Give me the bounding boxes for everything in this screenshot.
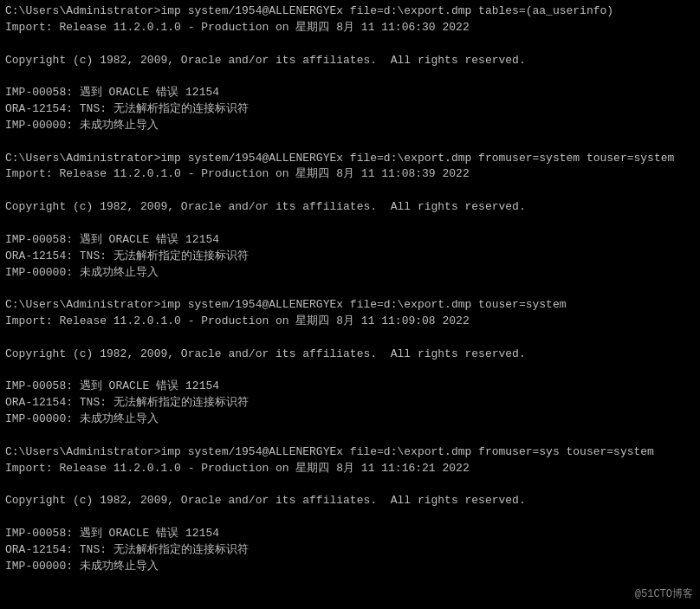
- error-line: IMP-00000: 未成功终止导入: [5, 265, 695, 282]
- copyright-line: Copyright (c) 1982, 2009, Oracle and/or …: [5, 199, 695, 216]
- error-line: ORA-12154: TNS: 无法解析指定的连接标识符: [5, 249, 695, 265]
- error-line: IMP-00058: 遇到 ORACLE 错误 12154: [5, 379, 695, 395]
- error-line: ORA-12154: TNS: 无法解析指定的连接标识符: [5, 101, 695, 118]
- empty-line: [5, 363, 695, 379]
- import-line: Import: Release 11.2.0.1.0 - Production …: [5, 20, 695, 36]
- empty-line: [5, 36, 695, 53]
- import-line: Import: Release 11.2.0.1.0 - Production …: [5, 461, 695, 477]
- error-line: IMP-00058: 遇到 ORACLE 错误 12154: [5, 232, 695, 249]
- error-line: IMP-00000: 未成功终止导入: [5, 411, 695, 428]
- prompt-line: C:\Users\Administrator>imp system/1954@A…: [5, 444, 695, 461]
- copyright-line: Copyright (c) 1982, 2009, Oracle and/or …: [5, 347, 695, 363]
- empty-line: [5, 476, 695, 493]
- terminal-block-block2: C:\Users\Administrator>imp system/1954@A…: [5, 134, 695, 282]
- prompt-line: C:\Users\Administrator>imp system/1954@A…: [5, 297, 695, 314]
- import-line: Import: Release 11.2.0.1.0 - Production …: [5, 314, 695, 330]
- import-line: Import: Release 11.2.0.1.0 - Production …: [5, 166, 695, 183]
- empty-line: [5, 281, 695, 297]
- empty-line: [5, 134, 695, 151]
- empty-line: [5, 428, 695, 444]
- error-line: IMP-00058: 遇到 ORACLE 错误 12154: [5, 526, 695, 542]
- terminal-window: C:\Users\Administrator>imp system/1954@A…: [0, 0, 700, 609]
- terminal-block-block1: C:\Users\Administrator>imp system/1954@A…: [5, 3, 695, 134]
- prompt-line: C:\Users\Administrator>imp system/1954@A…: [5, 151, 695, 167]
- empty-line: [5, 216, 695, 232]
- empty-line: [5, 68, 695, 85]
- copyright-line: Copyright (c) 1982, 2009, Oracle and/or …: [5, 53, 695, 69]
- empty-line: [5, 183, 695, 199]
- error-line: IMP-00000: 未成功终止导入: [5, 559, 695, 575]
- error-line: ORA-12154: TNS: 无法解析指定的连接标识符: [5, 542, 695, 559]
- error-line: IMP-00000: 未成功终止导入: [5, 118, 695, 134]
- terminal-block-block3: C:\Users\Administrator>imp system/1954@A…: [5, 281, 695, 428]
- error-line: IMP-00058: 遇到 ORACLE 错误 12154: [5, 85, 695, 101]
- empty-line: [5, 509, 695, 526]
- watermark: @51CTO博客: [635, 587, 693, 602]
- terminal-block-block4: C:\Users\Administrator>imp system/1954@A…: [5, 428, 695, 575]
- copyright-line: Copyright (c) 1982, 2009, Oracle and/or …: [5, 493, 695, 509]
- error-line: ORA-12154: TNS: 无法解析指定的连接标识符: [5, 395, 695, 411]
- empty-line: [5, 330, 695, 347]
- terminal-content: C:\Users\Administrator>imp system/1954@A…: [5, 3, 695, 575]
- prompt-line: C:\Users\Administrator>imp system/1954@A…: [5, 3, 695, 20]
